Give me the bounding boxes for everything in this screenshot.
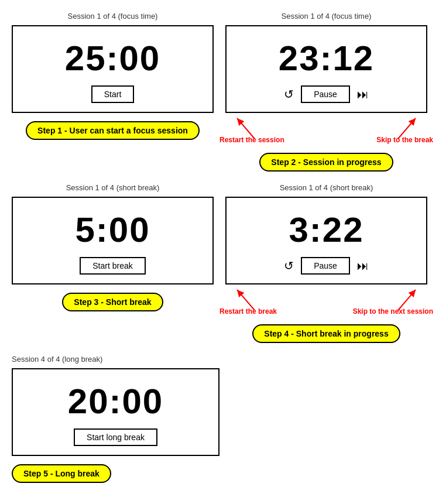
step2-badge: Step 2 - Session in progress — [259, 153, 393, 172]
step5-title: Session 4 of 4 (long break) — [12, 355, 102, 364]
step2-skip-button[interactable]: ⏭ — [355, 87, 371, 102]
step5-timer-box: 20:00 Start long break — [12, 368, 220, 456]
step2-pause-button[interactable]: Pause — [301, 85, 350, 103]
step3-timer-box: 5:00 Start break — [12, 197, 214, 284]
step2-col: Session 1 of 4 (focus time) 23:12 ↺ Paus… — [225, 12, 427, 172]
step1-timer-box: 25:00 Start — [12, 25, 214, 113]
step4-pause-button[interactable]: Pause — [301, 257, 350, 275]
step4-col: Session 1 of 4 (short break) 3:22 ↺ Paus… — [225, 183, 427, 343]
step3-start-break-button[interactable]: Start break — [80, 257, 145, 275]
step3-col: Session 1 of 4 (short break) 5:00 Start … — [12, 183, 214, 343]
step2-timer-box: 23:12 ↺ Pause ⏭ — [225, 25, 427, 113]
step1-timer: 25:00 — [65, 38, 160, 78]
skip-to-session-label: Skip to the next session — [353, 307, 433, 316]
step4-timer: 3:22 — [289, 210, 363, 250]
skip-to-break-label: Skip to the break — [376, 136, 433, 144]
restart-break-label: Restart the break — [220, 307, 277, 316]
step2-timer: 23:12 — [279, 38, 374, 78]
step4-timer-box: 3:22 ↺ Pause ⏭ — [225, 197, 427, 284]
step1-title: Session 1 of 4 (focus time) — [68, 12, 158, 20]
step4-controls: ↺ Pause ⏭ — [282, 257, 371, 275]
step4-restart-button[interactable]: ↺ — [282, 258, 296, 274]
step4-title: Session 1 of 4 (short break) — [280, 183, 373, 192]
step2-title: Session 1 of 4 (focus time) — [282, 12, 372, 20]
step1-start-button[interactable]: Start — [91, 85, 135, 103]
step3-timer: 5:00 — [75, 210, 150, 250]
step3-badge: Step 3 - Short break — [62, 293, 163, 311]
step5-section: Session 4 of 4 (long break) 20:00 Start … — [12, 355, 220, 483]
step1-badge: Step 1 - User can start a focus session — [26, 121, 200, 140]
step5-timer: 20:00 — [68, 381, 163, 421]
step5-start-long-break-button[interactable]: Start long break — [74, 428, 157, 446]
step2-restart-button[interactable]: ↺ — [282, 86, 296, 102]
step1-col: Session 1 of 4 (focus time) 25:00 Start … — [12, 12, 214, 172]
step4-skip-button[interactable]: ⏭ — [355, 258, 371, 274]
restart-session-label: Restart the session — [220, 136, 284, 144]
step2-controls: ↺ Pause ⏭ — [282, 85, 371, 103]
step3-title: Session 1 of 4 (short break) — [66, 183, 160, 192]
step5-badge: Step 5 - Long break — [12, 464, 111, 483]
step4-badge: Step 4 - Short break in progress — [252, 324, 400, 343]
